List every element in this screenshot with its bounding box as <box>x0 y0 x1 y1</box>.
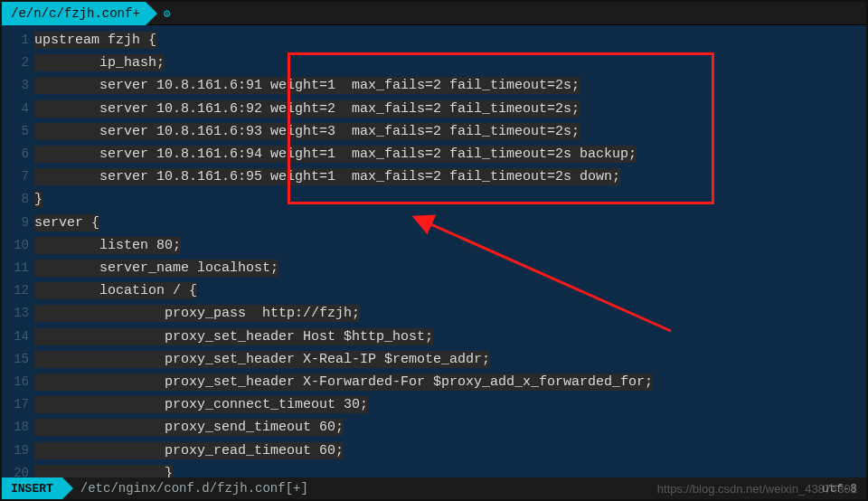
code-text: server 10.8.161.6:91 <box>34 77 262 94</box>
code-line: server 10.8.161.6:93 weight=3 max_fails=… <box>34 120 866 143</box>
code-line: proxy_connect_timeout 30; <box>34 393 866 416</box>
code-line: upstream fzjh { <box>34 29 866 52</box>
line-number: 1 <box>2 29 34 52</box>
code-text: proxy_connect_timeout 30; <box>34 396 368 413</box>
line-number: 11 <box>2 257 34 279</box>
code-line: server 10.8.161.6:95 weight=1 max_fails=… <box>34 165 866 188</box>
code-text: weight=1 max_fails=2 fail_timeout=2s; <box>262 77 580 94</box>
code-line: proxy_set_header Host $http_host; <box>34 326 866 348</box>
code-line: ip_hash; <box>34 52 866 74</box>
line-number: 7 <box>2 165 34 188</box>
status-encoding: utf-8 <box>822 482 857 496</box>
code-line: } <box>34 188 866 211</box>
line-number: 13 <box>2 302 34 325</box>
code-text: server { <box>34 214 99 232</box>
line-number: 4 <box>2 98 34 120</box>
code-line: server 10.8.161.6:92 weight=2 max_fails=… <box>34 98 866 120</box>
status-bar: INSERT /etc/nginx/conf.d/fzjh.conf[+] ut… <box>2 477 866 499</box>
line-number: 6 <box>2 143 34 165</box>
line-number: 8 <box>2 188 34 211</box>
line-number: 10 <box>2 234 34 257</box>
code-text: weight=1 max_fails=2 fail_timeout=2s dow… <box>262 168 620 185</box>
status-file-path: /etc/nginx/conf.d/fzjh.conf[+] <box>80 481 308 496</box>
code-text: proxy_read_timeout 60; <box>34 442 344 459</box>
line-number: 19 <box>2 440 34 462</box>
line-number: 5 <box>2 120 34 143</box>
code-line: proxy_set_header X-Real-IP $remote_addr; <box>34 348 866 371</box>
code-text: proxy_set_header X-Forwarded-For $proxy_… <box>34 373 653 391</box>
line-number: 15 <box>2 348 34 371</box>
line-number: 2 <box>2 52 34 74</box>
code-text: weight=1 max_fails=2 fail_timeout=2s bac… <box>262 146 637 163</box>
code-line: listen 80; <box>34 234 866 257</box>
code-text: ip_hash; <box>34 54 165 71</box>
code-text: proxy_pass http://fzjh; <box>34 305 360 322</box>
code-text: upstream fzjh { <box>34 32 156 49</box>
active-tab[interactable]: /e/n/c/fzjh.conf+ <box>2 2 146 25</box>
tab-bar: /e/n/c/fzjh.conf+ ⚙ <box>2 2 866 25</box>
code-line: location / { <box>34 279 866 302</box>
code-text: weight=3 max_fails=2 fail_timeout=2s; <box>262 123 580 140</box>
editor-mode: INSERT <box>2 477 62 499</box>
line-gutter: 1 2 3 4 5 6 7 8 9 10 11 12 13 14 15 16 1… <box>2 25 34 477</box>
code-line: server 10.8.161.6:94 weight=1 max_fails=… <box>34 143 866 165</box>
code-line: server_name localhost; <box>34 257 866 279</box>
code-text: listen 80; <box>34 237 181 254</box>
code-text: weight=2 max_fails=2 fail_timeout=2s; <box>262 100 580 118</box>
code-text: proxy_set_header Host $http_host; <box>34 328 433 345</box>
code-text: server_name localhost; <box>34 260 278 277</box>
line-number: 16 <box>2 371 34 393</box>
code-text: server 10.8.161.6:95 <box>34 168 262 185</box>
line-number: 18 <box>2 416 34 439</box>
code-text: proxy_set_header X-Real-IP $remote_addr; <box>34 351 490 368</box>
code-line: proxy_read_timeout 60; <box>34 440 866 462</box>
gear-icon[interactable]: ⚙ <box>164 6 171 21</box>
code-line: server 10.8.161.6:91 weight=1 max_fails=… <box>34 74 866 97</box>
code-line: proxy_pass http://fzjh; <box>34 302 866 325</box>
code-text: server 10.8.161.6:93 <box>34 123 262 140</box>
code-text: server 10.8.161.6:94 <box>34 146 262 163</box>
code-line: proxy_set_header X-Forwarded-For $proxy_… <box>34 371 866 393</box>
code-text: server 10.8.161.6:92 <box>34 100 262 118</box>
line-number: 17 <box>2 393 34 416</box>
tab-path: /e/n/c/fzjh.conf+ <box>11 6 140 21</box>
code-text: proxy_send_timeout 60; <box>34 419 344 436</box>
code-line: proxy_send_timeout 60; <box>34 416 866 439</box>
code-text: location / { <box>34 282 197 299</box>
line-number: 14 <box>2 326 34 348</box>
line-number: 3 <box>2 74 34 97</box>
code-line: server { <box>34 212 866 234</box>
editor-area: 1 2 3 4 5 6 7 8 9 10 11 12 13 14 15 16 1… <box>2 25 866 477</box>
code-pane[interactable]: upstream fzjh { ip_hash; server 10.8.161… <box>34 25 866 477</box>
line-number: 9 <box>2 212 34 234</box>
line-number: 12 <box>2 279 34 302</box>
code-text: } <box>34 191 42 208</box>
